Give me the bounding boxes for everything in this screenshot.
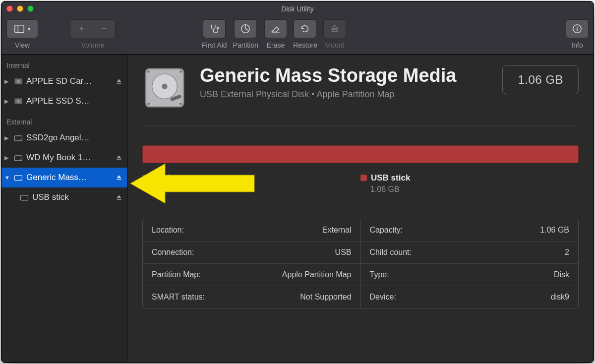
svg-point-25 <box>148 71 150 73</box>
details-row: Location:External <box>143 219 360 242</box>
details-col-right: Capacity:1.06 GB Child count:2 Type:Disk… <box>361 219 579 308</box>
external-disk-icon <box>13 153 23 163</box>
sidebar-item-apple-sd-card[interactable]: ▶ APPLE SD Car… <box>1 71 127 91</box>
legend-size: 32 KB <box>152 185 360 194</box>
sidebar-item-generic-mass[interactable]: ▼ Generic Mass… <box>1 168 127 187</box>
sidebar-section-external: External <box>1 115 127 128</box>
svg-point-18 <box>20 179 21 180</box>
external-disk-icon <box>13 173 23 182</box>
details-col-left: Location:External Connection:USB Partiti… <box>143 219 361 308</box>
sidebar-item-label: SSD2go Angel… <box>26 133 123 143</box>
legend-name: USB stick <box>371 173 410 182</box>
body: Internal ▶ APPLE SD Car… ▶ APPLE SSD S… … <box>1 55 594 363</box>
volume-label: Volume <box>81 41 105 49</box>
eject-icon[interactable] <box>115 154 123 162</box>
view-label: View <box>15 41 30 49</box>
details-row: Partition Map:Apple Partition Map <box>143 264 360 286</box>
mount-icon <box>329 23 340 34</box>
hard-disk-icon <box>142 65 187 110</box>
svg-point-2 <box>217 27 219 29</box>
window-title: Disk Utility <box>281 5 313 13</box>
zoom-icon[interactable] <box>27 5 34 12</box>
details-row: Device:disk9 <box>361 286 579 308</box>
partition-label: Partition <box>233 41 258 49</box>
mount-button <box>323 19 346 38</box>
toolbar: ▾ View + − Volume First Aid <box>1 16 594 55</box>
restore-button[interactable] <box>294 19 316 38</box>
disk-header: Generic Mass Storage Media USB External … <box>142 65 579 110</box>
volume-remove-button: − <box>93 19 116 38</box>
first-aid-button[interactable] <box>203 19 226 38</box>
stethoscope-icon <box>209 23 220 34</box>
sidebar-item-label: USB stick <box>32 192 112 202</box>
sidebar-item-label: Generic Mass… <box>26 173 112 182</box>
disclosure-right-icon: ▶ <box>4 78 10 85</box>
volume-icon <box>19 192 29 202</box>
svg-rect-13 <box>15 136 22 141</box>
legend-swatch-icon <box>360 175 367 181</box>
titlebar: Disk Utility <box>1 1 594 16</box>
usage-legend: k9s1 32 KB USB stick 1.06 GB <box>142 173 579 194</box>
partition-button[interactable] <box>234 19 257 38</box>
erase-icon <box>270 23 281 34</box>
details-table: Location:External Connection:USB Partiti… <box>142 219 579 308</box>
restore-label: Restore <box>293 41 317 49</box>
info-icon <box>572 23 583 34</box>
eject-icon[interactable] <box>115 193 123 201</box>
disclosure-right-icon: ▶ <box>4 155 10 161</box>
svg-rect-15 <box>15 156 22 161</box>
internal-disk-icon <box>13 76 23 86</box>
details-row: Connection:USB <box>143 242 360 264</box>
details-row: Child count:2 <box>361 242 579 264</box>
svg-point-26 <box>179 71 181 73</box>
sidebar-item-apple-ssd[interactable]: ▶ APPLE SSD S… <box>1 91 127 111</box>
sidebar-section-internal: Internal <box>1 59 127 71</box>
erase-button[interactable] <box>264 19 287 38</box>
info-button[interactable] <box>566 19 589 38</box>
traffic-lights <box>6 5 34 12</box>
svg-rect-0 <box>15 25 24 33</box>
usage-bar <box>142 145 579 163</box>
volume-add-button: + <box>70 19 93 38</box>
svg-point-16 <box>20 159 21 160</box>
disk-subtitle: USB External Physical Disk • Apple Parti… <box>200 89 489 100</box>
sidebar-item-ssd2go[interactable]: ▶ SSD2go Angel… <box>1 128 127 148</box>
pie-icon <box>240 23 251 34</box>
sidebar-item-wd-mybook[interactable]: ▶ WD My Book 1… <box>1 148 127 168</box>
restore-icon <box>299 23 310 34</box>
sidebar-item-usb-stick[interactable]: USB stick <box>1 187 127 207</box>
details-row: Type:Disk <box>361 264 579 286</box>
view-button[interactable]: ▾ <box>6 19 38 38</box>
svg-point-28 <box>179 103 181 105</box>
svg-point-23 <box>162 84 167 89</box>
sidebar-icon <box>14 23 25 34</box>
svg-point-27 <box>148 103 150 105</box>
internal-disk-icon <box>13 96 23 106</box>
divider <box>142 125 579 125</box>
legend-item-usb-stick: USB stick 1.06 GB <box>360 173 579 194</box>
svg-rect-5 <box>332 30 337 32</box>
svg-rect-19 <box>21 195 28 200</box>
usage-bar-wrap: k9s1 32 KB USB stick 1.06 GB <box>142 145 579 194</box>
details-row: Capacity:1.06 GB <box>361 219 579 242</box>
legend-swatch-icon <box>142 175 149 181</box>
svg-point-14 <box>20 139 21 140</box>
disk-utility-window: Disk Utility ▾ View + − Volume <box>1 1 594 363</box>
main-panel: Generic Mass Storage Media USB External … <box>127 55 594 363</box>
eject-icon[interactable] <box>115 174 123 182</box>
close-icon[interactable] <box>6 5 13 12</box>
external-disk-icon <box>13 133 23 143</box>
disk-title: Generic Mass Storage Media <box>200 65 489 86</box>
info-label: Info <box>571 41 583 49</box>
details-row: SMART status:Not Supported <box>143 286 360 308</box>
mount-label: Mount <box>325 41 345 49</box>
disclosure-right-icon: ▶ <box>4 135 10 141</box>
disclosure-down-icon: ▼ <box>4 175 10 181</box>
eject-icon[interactable] <box>115 77 123 85</box>
legend-item-k9s1: k9s1 32 KB <box>142 173 360 194</box>
sidebar: Internal ▶ APPLE SD Car… ▶ APPLE SSD S… … <box>1 55 127 363</box>
sidebar-item-label: APPLE SSD S… <box>26 96 123 106</box>
capacity-badge: 1.06 GB <box>502 65 579 94</box>
disclosure-right-icon: ▶ <box>4 98 10 105</box>
minimize-icon[interactable] <box>17 5 23 12</box>
